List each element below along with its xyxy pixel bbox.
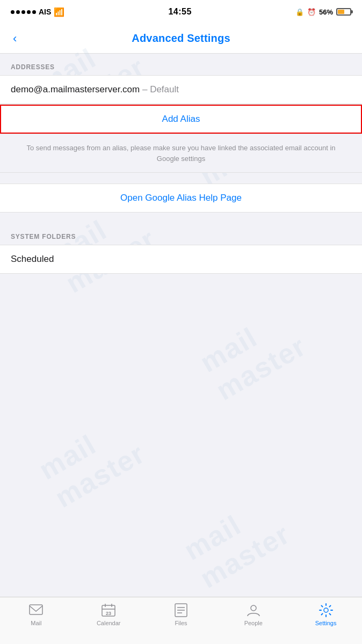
svg-rect-0 [30,605,42,614]
calendar-icon: 23 [101,603,116,618]
signal-dots [11,10,36,14]
files-icon [173,603,189,618]
tab-files[interactable]: Files [145,603,218,626]
email-address-row: demo@a.mailmasterserver.com – Default [0,76,362,104]
system-folders-card: Scheduled [0,245,362,274]
status-left: AIS 📶 [11,7,64,17]
main-content: ADDRESSES demo@a.mailmasterserver.com – … [0,54,362,327]
watermark-6: mailmaster [178,489,295,594]
people-icon [246,603,261,618]
alarm-icon: ⏰ [307,8,316,16]
alias-info-text: To send messages from an alias, please m… [16,143,346,164]
svg-text:23: 23 [106,611,111,616]
watermark-5: mailmaster [33,409,150,514]
addresses-card: demo@a.mailmasterserver.com – Default [0,75,362,104]
time-display: 14:55 [168,7,191,17]
default-label: – Default [142,84,179,94]
tab-mail-label: Mail [31,620,41,626]
addresses-section-header: ADDRESSES [0,54,362,75]
help-link[interactable]: Open Google Alias Help Page [120,193,242,203]
status-bar: AIS 📶 14:55 🔒 ⏰ 56% [0,0,362,24]
svg-point-11 [324,608,328,612]
tab-bar: Mail 23 Calendar Files [0,597,362,644]
tab-settings[interactable]: Settings [289,603,362,626]
carrier-label: AIS [39,8,51,16]
tab-calendar[interactable]: 23 Calendar [73,603,145,626]
wifi-icon: 📶 [54,7,64,17]
battery-percent: 56% [319,8,333,16]
system-folders-header: SYSTEM FOLDERS [0,223,362,245]
settings-icon [318,603,334,618]
nav-header: ‹ Advanced Settings [0,24,362,54]
status-right: 🔒 ⏰ 56% [295,8,351,16]
tab-mail[interactable]: Mail [0,603,73,626]
mail-icon [28,603,44,618]
folder-name: Scheduled [11,254,54,264]
battery-indicator [336,8,351,16]
help-link-section: Open Google Alias Help Page [0,184,362,213]
page-title: Advanced Settings [132,32,230,45]
svg-point-10 [251,605,256,611]
scheduled-folder-row: Scheduled [0,245,362,273]
tab-people[interactable]: People [217,603,289,626]
back-button[interactable]: ‹ [9,27,21,50]
tab-calendar-label: Calendar [97,620,121,626]
tab-people-label: People [244,620,263,626]
lock-icon: 🔒 [295,8,304,16]
tab-settings-label: Settings [315,620,337,626]
add-alias-button[interactable]: Add Alias [0,105,362,134]
email-address: demo@a.mailmasterserver.com [11,84,140,94]
tab-files-label: Files [175,620,187,626]
alias-info-section: To send messages from an alias, please m… [0,134,362,173]
